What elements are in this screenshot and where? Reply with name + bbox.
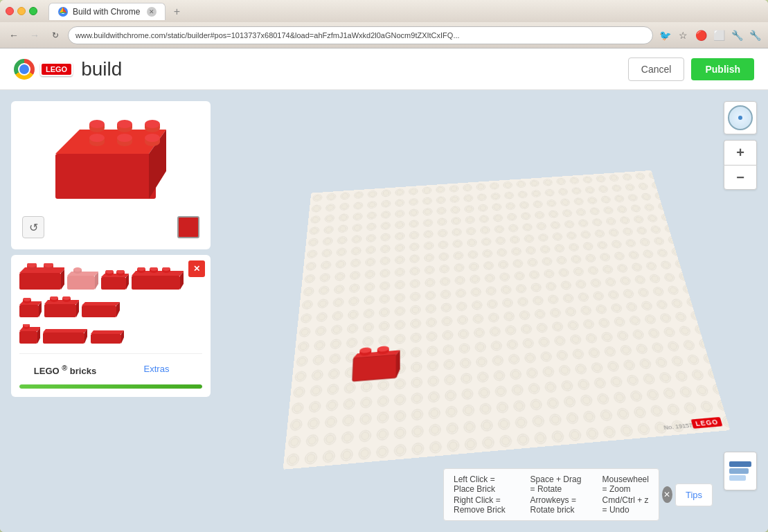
hint-undo: Cmd/Ctrl + z = Undo: [602, 495, 649, 515]
svg-marker-33: [67, 272, 98, 276]
app-title: build: [81, 58, 122, 80]
tips-button[interactable]: Tips: [675, 484, 713, 506]
title-bar: Build with Chrome ✕ +: [0, 0, 768, 22]
tab-bar: Build with Chrome ✕ +: [48, 3, 185, 20]
lego-logo: LEGO: [40, 62, 73, 76]
bricks-grid: [19, 263, 202, 345]
maximize-button[interactable]: [29, 7, 37, 15]
tab-favicon: [57, 6, 69, 17]
brick-palette-item[interactable]: [43, 327, 88, 345]
chrome-logo: [14, 59, 35, 80]
tab-lego-label: LEGO ® bricks: [34, 366, 96, 376]
url-text: www.buildwithchrome.com/static/builder#p…: [75, 31, 460, 39]
close-tooltip-button[interactable]: ✕: [662, 486, 672, 503]
svg-rect-59: [19, 305, 39, 317]
brick-palette-item[interactable]: [19, 263, 64, 291]
brick-palette-item[interactable]: [132, 267, 184, 291]
zoom-controls: + −: [724, 140, 757, 190]
traffic-lights: [6, 7, 37, 15]
new-tab-button[interactable]: +: [168, 3, 185, 20]
minimize-button[interactable]: [17, 7, 26, 15]
zoom-in-button[interactable]: +: [724, 140, 757, 165]
svg-point-16: [89, 134, 105, 142]
right-controls: + −: [724, 101, 757, 190]
close-tooltip-icon: ✕: [663, 490, 670, 499]
extension-icon[interactable]: 🔴: [693, 28, 708, 43]
hint-column-1: Left Click = Place Brick Right Click = R…: [454, 475, 510, 515]
svg-rect-93: [352, 355, 395, 382]
baseplate[interactable]: LEGO No. 19157: [283, 170, 730, 470]
layers-button[interactable]: [724, 452, 757, 490]
header-actions: Cancel Publish: [628, 57, 754, 81]
svg-point-19: [117, 134, 132, 142]
main-content: ↺ ✕: [0, 90, 768, 532]
svg-point-10: [117, 120, 132, 128]
compass-button[interactable]: [724, 101, 757, 134]
svg-point-7: [89, 120, 105, 128]
svg-point-13: [145, 120, 160, 128]
svg-point-22: [145, 134, 160, 142]
svg-rect-2: [55, 154, 156, 199]
rotate-icon: ↺: [29, 221, 38, 234]
window-icon[interactable]: ⬜: [711, 28, 726, 43]
brick-palette-item[interactable]: [67, 267, 98, 291]
view-controls: [724, 452, 757, 490]
svg-marker-87: [91, 330, 124, 334]
browser-tab[interactable]: Build with Chrome ✕: [48, 3, 166, 20]
forward-button[interactable]: →: [26, 27, 43, 44]
tab-extras[interactable]: Extras: [111, 361, 202, 379]
brick-3d-svg: [48, 116, 173, 206]
svg-marker-24: [19, 267, 64, 273]
refresh-button[interactable]: ↻: [47, 27, 64, 44]
tab-lego-bricks[interactable]: LEGO ® bricks: [19, 361, 111, 379]
zoom-out-button[interactable]: −: [724, 165, 757, 190]
svg-rect-77: [19, 331, 37, 344]
hint-column-2: Space + Drag = Rotate Arrowkeys = Rotate…: [530, 475, 582, 515]
color-swatch[interactable]: [177, 216, 199, 238]
bookmark-icon[interactable]: ☆: [675, 28, 690, 43]
twitter-icon[interactable]: 🐦: [657, 28, 672, 43]
hint-right-click: Right Click = Remove Brick: [454, 495, 510, 515]
tab-title: Build with Chrome: [73, 7, 140, 17]
publish-button[interactable]: Publish: [691, 58, 754, 80]
close-button[interactable]: [6, 7, 14, 15]
brick-palette-item[interactable]: [82, 299, 120, 319]
svg-point-37: [73, 267, 82, 272]
logo-area: LEGO build: [14, 58, 122, 80]
progress-bar: [19, 384, 202, 389]
hint-left-click: Left Click = Place Brick: [454, 475, 510, 494]
hint-column-3: Mousewheel = Zoom Cmd/Ctrl + z = Undo: [602, 475, 649, 515]
nav-bar: ← → ↻ www.buildwithchrome.com/static/bui…: [0, 22, 768, 48]
brick-palette-item[interactable]: [91, 328, 124, 345]
settings-icon[interactable]: 🔧: [747, 28, 762, 43]
brick-palette-item[interactable]: [19, 324, 40, 345]
tooltip-box: Left Click = Place Brick Right Click = R…: [443, 468, 659, 521]
nav-icons: 🐦 ☆ 🔴 ⬜ 🔧 🔧: [657, 28, 762, 43]
browser-frame: Build with Chrome ✕ + ← → ↻ www.buildwit…: [0, 0, 768, 532]
brick-palette-item[interactable]: [101, 270, 129, 291]
svg-rect-74: [82, 305, 116, 317]
bottom-bar: Left Click = Place Brick Right Click = R…: [443, 468, 713, 521]
tab-close-button[interactable]: ✕: [147, 7, 157, 17]
brick-palette-item[interactable]: [19, 298, 42, 319]
svg-rect-83: [43, 332, 84, 344]
rotate-button[interactable]: ↺: [22, 216, 44, 238]
left-panel: ↺ ✕: [0, 90, 222, 532]
palette-tabs: LEGO ® bricks Extras: [19, 353, 202, 379]
brick-3d-view: [48, 112, 173, 209]
delete-button[interactable]: ✕: [188, 260, 205, 277]
hint-mousewheel: Mousewheel = Zoom: [602, 475, 649, 494]
cancel-button[interactable]: Cancel: [628, 57, 685, 81]
app-header: LEGO build Cancel Publish: [0, 48, 768, 90]
brick-controls: ↺: [22, 216, 199, 238]
canvas-area[interactable]: LEGO No. 19157 + −: [222, 90, 768, 532]
svg-marker-78: [19, 327, 40, 331]
brick-palette-item[interactable]: [44, 296, 79, 319]
bricks-palette: ✕: [11, 255, 211, 397]
back-button[interactable]: ←: [6, 27, 22, 44]
compass-icon: [728, 105, 753, 130]
address-bar[interactable]: www.buildwithchrome.com/static/builder#p…: [68, 26, 653, 44]
tools-icon[interactable]: 🔧: [729, 28, 744, 43]
brick-preview: ↺: [11, 101, 211, 249]
svg-marker-84: [43, 329, 87, 332]
